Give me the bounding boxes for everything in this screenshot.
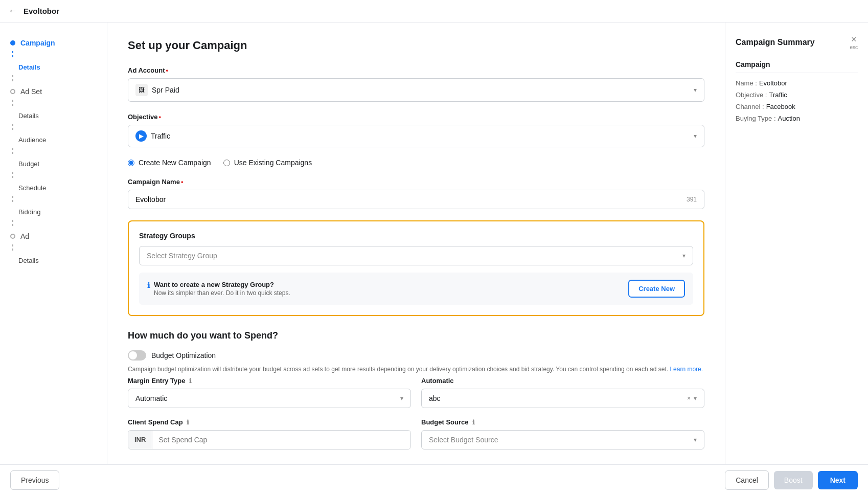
- connector-adset-audience: [12, 124, 13, 132]
- summary-campaign-title: Campaign: [736, 60, 858, 73]
- summary-buying-type-key: Buying Type :: [736, 115, 776, 122]
- sidebar-campaign-details-label: Details: [18, 63, 40, 71]
- margin-info-icon: ℹ: [189, 377, 192, 385]
- connector-adset-bidding: [12, 196, 13, 204]
- inr-spend-cap-input: INR: [128, 430, 411, 449]
- budget-source-select[interactable]: Select Budget Source ▾: [421, 430, 704, 449]
- bottom-bar: Previous Cancel Boost Next: [0, 464, 868, 495]
- ad-account-label: Ad Account•: [128, 66, 704, 74]
- connector-campaign-adset: [12, 75, 13, 83]
- cancel-button[interactable]: Cancel: [725, 470, 769, 490]
- campaign-name-input[interactable]: [135, 195, 687, 204]
- chevron-down-icon: ▾: [694, 132, 697, 140]
- strategy-groups-label: Strategy Groups: [139, 232, 693, 240]
- budget-source-info-icon: ℹ: [472, 419, 475, 426]
- sidebar: Campaign Details Ad Set Details Audience…: [0, 22, 107, 464]
- sidebar-item-campaign-details[interactable]: Details: [0, 59, 107, 75]
- sidebar-adset-schedule-label: Schedule: [18, 184, 46, 192]
- ad-account-icon: 🖼: [135, 84, 148, 96]
- automatic-select[interactable]: abc × ▾: [421, 389, 704, 408]
- budget-optimization-row: Budget Optimization: [128, 350, 704, 361]
- client-spend-cap-field: Client Spend Cap ℹ INR: [128, 418, 411, 449]
- objective-value: Traffic: [151, 132, 170, 140]
- connector-adset-budget: [12, 148, 13, 156]
- sidebar-campaign-label: Campaign: [20, 39, 55, 47]
- summary-objective-value: Traffic: [769, 91, 787, 99]
- sidebar-item-adset-bidding[interactable]: Bidding: [0, 204, 107, 220]
- sidebar-adset-budget-label: Budget: [18, 160, 39, 168]
- next-button[interactable]: Next: [818, 471, 858, 489]
- create-new-strategy-button[interactable]: Create New: [628, 280, 685, 298]
- summary-row-buying-type: Buying Type : Auction: [736, 115, 858, 122]
- sidebar-item-campaign[interactable]: Campaign: [0, 35, 107, 51]
- top-bar: ← Evoltobor: [0, 0, 868, 22]
- esc-label: esc: [850, 44, 858, 50]
- sidebar-item-adset-budget[interactable]: Budget: [0, 156, 107, 172]
- budget-description: Campaign budget optimization will distri…: [128, 365, 704, 374]
- objective-select[interactable]: ▶ Traffic ▾: [128, 125, 704, 147]
- ad-account-select[interactable]: 🖼 Spr Paid ▾: [128, 78, 704, 102]
- clear-icon[interactable]: ×: [687, 395, 691, 402]
- previous-button[interactable]: Previous: [10, 470, 59, 490]
- close-panel-button[interactable]: × esc: [850, 35, 858, 50]
- main-content: Set up your Campaign Ad Account• 🖼 Spr P…: [107, 22, 725, 464]
- budget-optimization-label: Budget Optimization: [151, 351, 216, 359]
- campaign-name-char-count: 391: [687, 196, 697, 203]
- campaign-summary-panel: Campaign Summary × esc Campaign Name : E…: [725, 22, 868, 464]
- connector-adset-schedule: [12, 172, 13, 180]
- page-title: Set up your Campaign: [128, 39, 704, 52]
- sidebar-item-adset-audience[interactable]: Audience: [0, 132, 107, 148]
- sidebar-item-adset-details[interactable]: Details: [0, 108, 107, 124]
- margin-entry-row: Margin Entry Type ℹ Automatic ▾ Automati…: [128, 377, 704, 408]
- automatic-field: Automatic abc × ▾: [421, 377, 704, 408]
- create-new-campaign-radio[interactable]: Create New Campaign: [128, 159, 211, 167]
- sidebar-item-adset[interactable]: Ad Set: [0, 83, 107, 100]
- adset-dot: [10, 89, 15, 94]
- sidebar-adset-audience-label: Audience: [18, 136, 46, 144]
- margin-entry-select[interactable]: Automatic ▾: [128, 389, 411, 408]
- connector-adset-ad: [12, 220, 13, 228]
- sidebar-item-ad-details[interactable]: Details: [0, 253, 107, 268]
- chevron-down-icon: ▾: [682, 252, 686, 259]
- sidebar-adset-details-label: Details: [18, 112, 39, 120]
- strategy-groups-section: Strategy Groups Select Strategy Group ▾ …: [128, 220, 704, 316]
- ad-dot: [10, 234, 15, 239]
- hint-subtitle: Now its simpler than ever. Do it in two …: [154, 289, 290, 297]
- sidebar-ad-label: Ad: [20, 232, 29, 240]
- hint-title: Want to create a new Strategy Group?: [154, 281, 290, 288]
- summary-name-key: Name :: [736, 79, 757, 87]
- campaign-name-label: Campaign Name•: [128, 178, 704, 186]
- sidebar-ad-details-label: Details: [18, 257, 39, 264]
- summary-row-name: Name : Evoltobor: [736, 79, 858, 87]
- boost-button[interactable]: Boost: [774, 471, 813, 489]
- sidebar-adset-bidding-label: Bidding: [18, 208, 40, 216]
- create-new-hint: ℹ Want to create a new Strategy Group? N…: [139, 273, 693, 305]
- sidebar-item-adset-schedule[interactable]: Schedule: [0, 180, 107, 196]
- campaign-name-section: Campaign Name• 391: [128, 178, 704, 209]
- spend-cap-row: Client Spend Cap ℹ INR Budget Source ℹ S…: [128, 418, 704, 449]
- spend-cap-info-icon: ℹ: [187, 419, 189, 426]
- back-icon[interactable]: ←: [8, 6, 17, 16]
- strategy-group-select[interactable]: Select Strategy Group ▾: [139, 246, 693, 265]
- summary-name-value: Evoltobor: [759, 79, 787, 87]
- objective-section: Objective• ▶ Traffic ▾: [128, 113, 704, 147]
- action-buttons: Cancel Boost Next: [725, 470, 858, 490]
- connector-adset-sub: [12, 100, 13, 108]
- connector-ad-details: [12, 244, 13, 253]
- sidebar-adset-label: Ad Set: [20, 87, 42, 96]
- sidebar-item-ad[interactable]: Ad: [0, 228, 107, 244]
- budget-optimization-toggle[interactable]: [128, 350, 146, 361]
- summary-row-channel: Channel : Facebook: [736, 103, 858, 110]
- learn-more-link[interactable]: Learn more.: [670, 366, 703, 373]
- inr-prefix: INR: [128, 431, 152, 449]
- budget-source-placeholder: Select Budget Source: [429, 436, 498, 444]
- use-existing-campaign-radio[interactable]: Use Existing Campaigns: [223, 159, 312, 167]
- summary-channel-value: Facebook: [766, 103, 795, 110]
- chevron-down-icon: ▾: [400, 395, 403, 402]
- info-icon: ℹ: [147, 281, 150, 289]
- summary-objective-key: Objective :: [736, 91, 767, 99]
- traffic-icon: ▶: [135, 130, 147, 142]
- chevron-down-icon: ▾: [694, 86, 697, 94]
- spend-cap-input[interactable]: [152, 431, 410, 449]
- use-existing-campaigns-label: Use Existing Campaigns: [234, 159, 312, 167]
